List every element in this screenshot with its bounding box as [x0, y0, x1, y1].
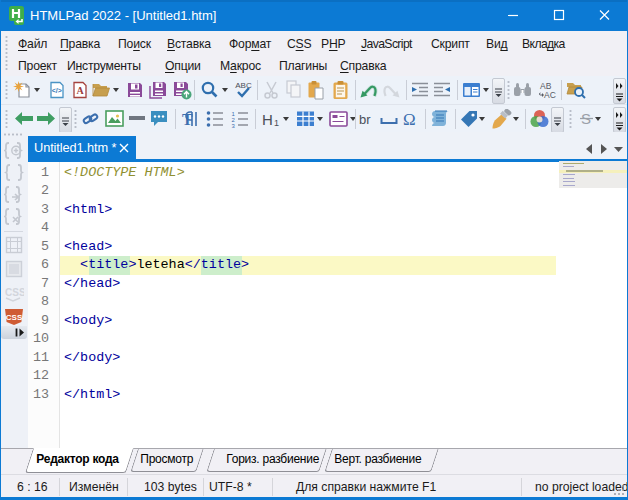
svg-text:3: 3 — [232, 123, 236, 129]
svg-text:CSS: CSS — [5, 287, 24, 298]
svg-text:CSS: CSS — [6, 313, 23, 322]
svg-text:A: A — [76, 85, 84, 96]
svg-text:AB: AB — [540, 81, 552, 91]
svg-text:H: H — [262, 111, 273, 128]
svg-text:</>: </> — [52, 87, 62, 94]
svg-text:br: br — [359, 112, 371, 127]
svg-text:Ω: Ω — [403, 110, 416, 129]
svg-text:AC: AC — [544, 90, 556, 100]
svg-text:1: 1 — [274, 118, 279, 128]
